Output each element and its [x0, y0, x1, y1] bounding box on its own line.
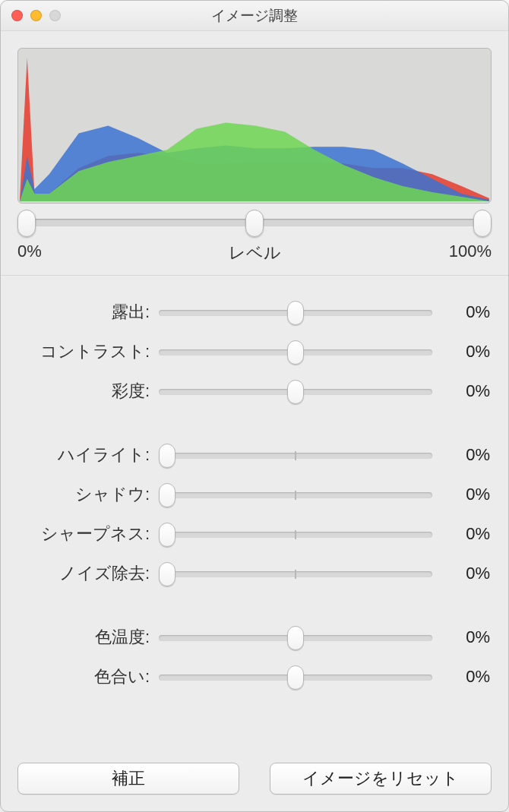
tint-slider[interactable] [159, 664, 432, 690]
shadows-value: 0% [438, 485, 492, 504]
highlights-row: ハイライト: 0% [17, 435, 492, 475]
denoise-label: ノイズ除去: [17, 562, 154, 585]
shadows-row: シャドウ: 0% [17, 475, 492, 514]
saturation-slider[interactable] [159, 378, 432, 404]
contrast-slider[interactable] [159, 339, 432, 365]
sharpen-slider[interactable] [159, 521, 432, 547]
contrast-label: コントラスト: [17, 340, 154, 363]
levels-labels: 0% レベル 100% [17, 242, 492, 261]
contrast-row: コントラスト: 0% [17, 332, 492, 371]
levels-mid-knob[interactable] [245, 210, 264, 237]
window-title: イメージ調整 [1, 6, 508, 26]
traffic-lights [11, 10, 61, 21]
levels-white-knob[interactable] [473, 210, 492, 237]
denoise-slider[interactable] [159, 561, 432, 586]
temperature-slider[interactable] [159, 624, 432, 650]
image-adjust-window: イメージ調整 0% レベル 100% 露出: [0, 0, 509, 812]
histogram-display [17, 48, 492, 204]
saturation-value: 0% [438, 381, 492, 401]
reset-image-button[interactable]: イメージをリセット [270, 763, 492, 795]
temperature-row: 色温度: 0% [17, 618, 492, 657]
saturation-row: 彩度: 0% [17, 371, 492, 411]
temperature-value: 0% [438, 627, 492, 647]
denoise-row: ノイズ除去: 0% [17, 554, 492, 593]
content: 0% レベル 100% 露出: 0% コントラスト: [1, 31, 508, 811]
exposure-row: 露出: 0% [17, 292, 492, 332]
saturation-label: 彩度: [17, 380, 154, 403]
shadows-label: シャドウ: [17, 483, 154, 506]
sharpen-label: シャープネス: [17, 523, 154, 545]
sharpen-value: 0% [438, 524, 492, 544]
zoom-button[interactable] [49, 10, 61, 21]
exposure-slider[interactable] [159, 299, 432, 325]
highlights-slider[interactable] [159, 442, 432, 468]
bottom-buttons: 補正 イメージをリセット [17, 744, 492, 795]
tint-row: 色合い: 0% [17, 657, 492, 697]
exposure-label: 露出: [17, 301, 154, 324]
exposure-value: 0% [438, 302, 492, 322]
levels-slider: 0% レベル 100% [17, 211, 492, 264]
levels-center-label: レベル [17, 242, 492, 264]
contrast-value: 0% [438, 342, 492, 362]
group-detail: ハイライト: 0% シャドウ: 0% シャープネス: [17, 432, 492, 596]
tint-label: 色合い: [17, 665, 154, 688]
minimize-button[interactable] [30, 10, 42, 21]
close-button[interactable] [11, 10, 23, 21]
temperature-label: 色温度: [17, 626, 154, 649]
titlebar: イメージ調整 [1, 1, 508, 31]
group-basic: 露出: 0% コントラスト: 0% 彩度: [17, 289, 492, 414]
highlights-label: ハイライト: [17, 444, 154, 466]
shadows-slider[interactable] [159, 482, 432, 507]
auto-correct-button[interactable]: 補正 [17, 763, 239, 795]
denoise-value: 0% [438, 564, 492, 583]
sharpen-row: シャープネス: 0% [17, 514, 492, 554]
highlights-value: 0% [438, 445, 492, 465]
tint-value: 0% [438, 667, 492, 687]
adjustment-sliders: 露出: 0% コントラスト: 0% 彩度: [17, 276, 492, 700]
group-color: 色温度: 0% 色合い: 0% [17, 615, 492, 700]
levels-black-knob[interactable] [17, 210, 36, 237]
